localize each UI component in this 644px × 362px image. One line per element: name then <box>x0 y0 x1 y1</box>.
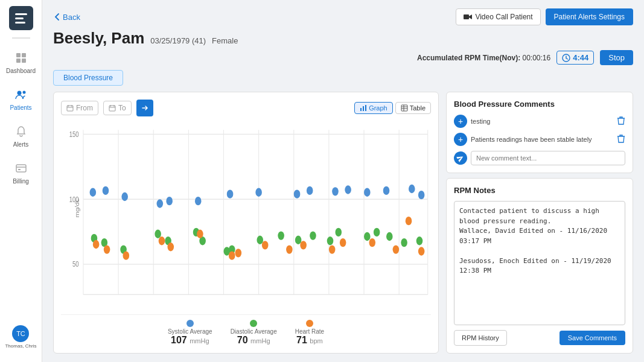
comment-input-row <box>454 151 625 165</box>
comment-text-input[interactable] <box>471 151 625 165</box>
sidebar-bottom: TC Thomas, Chris <box>2 320 39 356</box>
alerts-icon <box>13 123 30 140</box>
date-from-input[interactable]: From <box>61 101 98 115</box>
graph-view-button[interactable]: Graph <box>354 102 393 114</box>
graph-label: Graph <box>369 104 387 112</box>
svg-point-82 <box>374 228 380 237</box>
svg-point-58 <box>294 189 301 198</box>
sidebar-item-user[interactable]: TC Thomas, Chris <box>2 320 39 354</box>
heart-rate-value: 71 bpm <box>296 335 323 346</box>
tab-blood-pressure[interactable]: Blood Pressure <box>53 70 123 86</box>
alerts-label: Alerts <box>13 141 29 148</box>
svg-point-50 <box>90 188 97 197</box>
svg-point-86 <box>93 240 100 249</box>
trash-icon-1 <box>617 116 625 125</box>
alerts-settings-label: Patient Alerts Settings <box>554 13 625 21</box>
comment-add-icon-2[interactable]: + <box>454 133 467 146</box>
svg-point-51 <box>103 186 109 195</box>
table-view-button[interactable]: Table <box>395 102 431 114</box>
sidebar: Dashboard Patients Alerts <box>0 0 42 362</box>
header-actions: Video Call Patient Patient Alerts Settin… <box>456 8 633 25</box>
clock-value: 4:44 <box>573 53 588 62</box>
back-button[interactable]: Back <box>53 13 80 22</box>
svg-point-90 <box>168 243 174 251</box>
svg-line-15 <box>566 58 568 59</box>
heart-rate-dot <box>306 320 313 327</box>
svg-point-54 <box>166 197 173 205</box>
svg-rect-5 <box>16 59 21 63</box>
svg-point-79 <box>327 237 334 245</box>
svg-rect-24 <box>360 108 362 111</box>
comments-title: Blood Pressure Comments <box>454 100 625 109</box>
send-button[interactable] <box>451 149 470 167</box>
svg-point-96 <box>300 241 307 249</box>
svg-rect-25 <box>363 106 364 111</box>
table-label: Table <box>410 104 426 112</box>
notes-title: RPM Notes <box>454 186 625 195</box>
comment-add-icon-1[interactable]: + <box>454 115 467 128</box>
back-label: Back <box>63 13 80 22</box>
svg-rect-3 <box>16 53 21 57</box>
chart-legend: Systolic Average 107 mmHg Diastolic Aver… <box>61 314 431 346</box>
date-to-input[interactable]: To <box>103 101 132 115</box>
svg-point-88 <box>123 251 130 259</box>
comment-row-2: + Patients readings have been stable lat… <box>454 133 625 146</box>
alerts-settings-button[interactable]: Patient Alerts Settings <box>546 8 633 25</box>
tab-row: Blood Pressure <box>53 70 633 86</box>
svg-point-87 <box>104 245 110 253</box>
header-row: Back Video Call Patient Patient Alerts S… <box>53 8 633 25</box>
app-logo <box>9 6 33 30</box>
send-icon <box>456 153 465 163</box>
timer-display: 4:44 <box>556 51 594 65</box>
svg-point-64 <box>409 185 415 193</box>
svg-point-94 <box>262 241 269 249</box>
svg-point-7 <box>17 91 21 95</box>
go-button[interactable] <box>136 100 153 116</box>
svg-point-69 <box>155 230 161 238</box>
svg-rect-27 <box>401 105 407 111</box>
svg-point-84 <box>401 238 407 247</box>
svg-point-52 <box>121 192 128 201</box>
right-panel: Blood Pressure Comments + testing + Pati… <box>446 92 633 354</box>
stop-button[interactable]: Stop <box>600 50 633 65</box>
svg-rect-4 <box>22 53 26 57</box>
comment-text-1: testing <box>471 118 613 125</box>
svg-point-62 <box>364 188 371 197</box>
heart-rate-legend-label: Heart Rate <box>295 328 324 335</box>
svg-point-65 <box>418 191 425 199</box>
svg-text:150: 150 <box>69 130 79 138</box>
svg-rect-6 <box>22 59 26 63</box>
svg-point-61 <box>345 185 351 194</box>
calendar-from-icon <box>66 104 74 112</box>
sidebar-item-billing[interactable]: Billing <box>0 155 42 189</box>
view-toggle: Graph Table <box>354 102 431 114</box>
user-avatar: TC <box>12 325 29 342</box>
rpm-history-button[interactable]: RPM History <box>454 330 507 346</box>
svg-rect-11 <box>18 169 21 170</box>
tab-bp-label: Blood Pressure <box>63 74 113 82</box>
sidebar-item-dashboard[interactable]: Dashboard <box>0 45 42 79</box>
patient-gender: Female <box>212 36 238 45</box>
video-call-button[interactable]: Video Call Patient <box>456 8 540 25</box>
sidebar-item-alerts[interactable]: Alerts <box>0 118 42 153</box>
chart-panel: From To <box>53 92 439 354</box>
notes-textarea[interactable]: Contacted patient to discuss a high bloo… <box>454 201 625 325</box>
comment-delete-2[interactable] <box>617 134 625 145</box>
to-label: To <box>118 104 126 112</box>
svg-point-80 <box>335 228 342 237</box>
svg-rect-2 <box>15 22 25 24</box>
diastolic-value: 70 mmHg <box>237 335 270 346</box>
svg-text:mg/dL: mg/dL <box>74 198 80 217</box>
patient-name: Beesly, Pam <box>53 29 144 48</box>
calendar-to-icon <box>109 104 116 112</box>
legend-systolic: Systolic Average 107 mmHg <box>168 320 212 346</box>
save-comments-button[interactable]: Save Comments <box>560 331 625 345</box>
svg-point-93 <box>235 249 242 257</box>
dashboard-label: Dashboard <box>6 68 36 74</box>
svg-rect-12 <box>464 14 469 19</box>
sidebar-item-patients[interactable]: Patients <box>0 81 42 116</box>
comment-delete-1[interactable] <box>617 116 625 127</box>
chart-area: 150 100 50 mg/dL <box>61 121 431 312</box>
clock-icon <box>562 54 570 62</box>
billing-label: Billing <box>13 178 29 185</box>
